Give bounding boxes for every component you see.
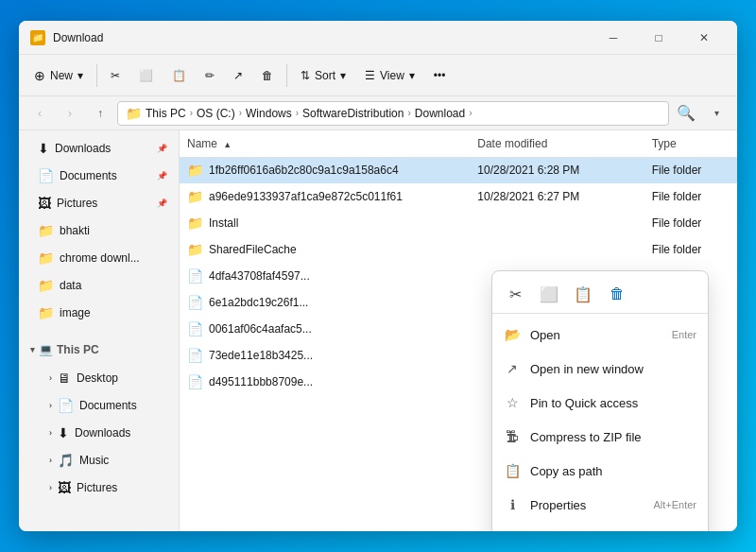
- file-icon: 📁: [187, 216, 203, 231]
- maximize-button[interactable]: □: [637, 24, 680, 52]
- path-software-dist[interactable]: SoftwareDistribution: [302, 107, 404, 120]
- file-icon: 📁: [187, 163, 203, 178]
- sidebar-item-documents2[interactable]: › 📄 Documents: [23, 392, 175, 419]
- minimize-button[interactable]: ─: [592, 24, 635, 52]
- sidebar-item-chrome[interactable]: 📁 chrome downl...: [23, 245, 175, 271]
- file-icon: 📁: [187, 242, 203, 257]
- more-button[interactable]: •••: [426, 60, 454, 91]
- downloads2-icon: ⬇: [58, 425, 69, 440]
- ctx-properties-label: Properties: [530, 498, 644, 512]
- ctx-paste-button[interactable]: 📋: [568, 279, 598, 309]
- ctx-open-item[interactable]: 📂 Open Enter: [492, 318, 708, 352]
- sidebar-label-music: Music: [79, 454, 167, 467]
- window-title: Download: [53, 31, 584, 44]
- cut-button[interactable]: ✂: [103, 60, 128, 91]
- documents2-icon: 📄: [58, 398, 74, 413]
- ctx-pin-icon: ☆: [504, 395, 521, 410]
- table-row[interactable]: 📁SharedFileCacheFile folder: [180, 236, 737, 263]
- path-this-pc[interactable]: This PC: [146, 107, 186, 120]
- copy-button[interactable]: ⬜: [131, 60, 161, 91]
- sidebar-this-pc-section[interactable]: ▾ 💻 This PC: [23, 336, 175, 363]
- ctx-copy-button[interactable]: ⬜: [534, 279, 564, 309]
- sidebar-label-image: image: [60, 306, 167, 319]
- sidebar-item-desktop[interactable]: › 🖥 Desktop: [23, 365, 175, 391]
- ctx-open-label: Open: [530, 328, 662, 342]
- table-row[interactable]: 📁a96ede9133937af1ca9e872c5c011f6110/28/2…: [180, 183, 737, 210]
- title-bar: 📁 Download ─ □ ✕: [19, 21, 737, 55]
- sort-icon: ⇅: [301, 69, 310, 82]
- up-button[interactable]: ↑: [87, 100, 113, 127]
- view-button[interactable]: ☰ View ▾: [357, 60, 422, 91]
- rename-button[interactable]: ✏: [198, 60, 222, 91]
- file-name: 73ede11e18b3425...: [209, 349, 313, 362]
- sidebar-item-downloads2[interactable]: › ⬇ Downloads: [23, 420, 175, 446]
- delete-button[interactable]: 🗑: [254, 60, 281, 91]
- paste-icon: 📋: [172, 69, 186, 82]
- pin-icon-documents: 📌: [157, 171, 167, 181]
- sidebar-item-data[interactable]: 📁 data: [23, 272, 175, 299]
- file-icon: 📄: [187, 321, 203, 336]
- sidebar-item-pictures2[interactable]: › 🖼 Pictures: [23, 474, 175, 501]
- sidebar-item-music[interactable]: › 🎵 Music: [23, 447, 175, 474]
- close-button[interactable]: ✕: [682, 24, 726, 52]
- rename-icon: ✏: [205, 69, 215, 82]
- ctx-terminal-item[interactable]: ⬛ Open in Windows Terminal: [492, 522, 708, 531]
- forward-button[interactable]: ›: [57, 100, 83, 127]
- share-icon: ↗: [233, 69, 243, 82]
- path-chevron-1: ›: [190, 108, 193, 118]
- path-download[interactable]: Download: [415, 107, 465, 120]
- paste-button[interactable]: 📋: [164, 60, 194, 91]
- sidebar-item-image[interactable]: 📁 image: [23, 300, 175, 326]
- share-button[interactable]: ↗: [226, 60, 250, 91]
- documents-icon: 📄: [38, 168, 54, 183]
- ctx-open-new-window-item[interactable]: ↗ Open in new window: [492, 352, 708, 386]
- desktop-chevron-icon: ›: [49, 373, 52, 383]
- search-icon: 🔍: [677, 104, 696, 122]
- type-column-header[interactable]: Type: [644, 130, 737, 157]
- date-column-header[interactable]: Date modified: [470, 130, 644, 157]
- sidebar-item-bhakti[interactable]: 📁 bhakti: [23, 217, 175, 244]
- file-name: 1fb26ff0616a6b2c80c9a1c9a158a6c4: [209, 164, 399, 177]
- new-button[interactable]: ⊕ New ▾: [26, 60, 91, 91]
- sidebar-label-documents2: Documents: [79, 399, 167, 412]
- toolbar-separator-1: [96, 64, 97, 87]
- table-row[interactable]: 📁1fb26ff0616a6b2c80c9a1c9a158a6c410/28/2…: [180, 157, 737, 183]
- ctx-pin-item[interactable]: ☆ Pin to Quick access: [492, 386, 708, 420]
- address-bar: ‹ › ↑ 📁 This PC › OS (C:) › Windows › So…: [19, 96, 737, 130]
- ctx-copy-path-item[interactable]: 📋 Copy as path: [492, 454, 708, 488]
- this-pc-icon: 💻: [39, 343, 53, 356]
- ctx-delete-button[interactable]: 🗑: [602, 279, 632, 309]
- file-type: File folder: [644, 210, 737, 236]
- main-content: ⬇ Downloads 📌 📄 Documents 📌 🖼 Pictures 📌…: [19, 130, 737, 531]
- sidebar-item-downloads[interactable]: ⬇ Downloads 📌: [23, 135, 175, 162]
- name-column-header[interactable]: Name ▲: [180, 130, 470, 157]
- file-name: 4dfa43708faf4597...: [209, 269, 310, 283]
- ctx-properties-icon: ℹ: [504, 497, 521, 512]
- sort-button[interactable]: ⇅ Sort ▾: [293, 60, 353, 91]
- pictures-icon: 🖼: [38, 196, 51, 211]
- sidebar-this-pc-label: This PC: [57, 343, 99, 356]
- back-button[interactable]: ‹: [26, 100, 53, 127]
- file-date: 10/28/2021 6:28 PM: [470, 157, 644, 183]
- path-windows[interactable]: Windows: [246, 107, 292, 120]
- search-button[interactable]: 🔍: [673, 100, 699, 127]
- ctx-compress-item[interactable]: 🗜 Compress to ZIP file: [492, 420, 708, 454]
- address-chevron-button[interactable]: ▾: [703, 100, 730, 127]
- file-name: Install: [209, 216, 238, 230]
- ctx-properties-shortcut: Alt+Enter: [653, 499, 696, 510]
- sidebar-label-data: data: [60, 279, 167, 292]
- file-type: File folder: [644, 183, 737, 210]
- address-path[interactable]: 📁 This PC › OS (C:) › Windows › Software…: [117, 101, 669, 126]
- table-row[interactable]: 📁InstallFile folder: [180, 210, 737, 236]
- ctx-cut-button[interactable]: ✂: [500, 279, 530, 309]
- path-c-drive[interactable]: OS (C:): [197, 107, 235, 120]
- sidebar-label-pictures2: Pictures: [77, 481, 167, 494]
- documents2-chevron-icon: ›: [49, 401, 52, 410]
- sidebar-item-documents[interactable]: 📄 Documents 📌: [23, 163, 175, 189]
- file-date: [470, 210, 644, 236]
- sort-label: Sort: [315, 69, 335, 82]
- sidebar-item-pictures[interactable]: 🖼 Pictures 📌: [23, 190, 175, 216]
- image-folder-icon: 📁: [38, 305, 54, 320]
- ctx-new-window-label: Open in new window: [530, 362, 687, 376]
- ctx-properties-item[interactable]: ℹ Properties Alt+Enter: [492, 488, 708, 522]
